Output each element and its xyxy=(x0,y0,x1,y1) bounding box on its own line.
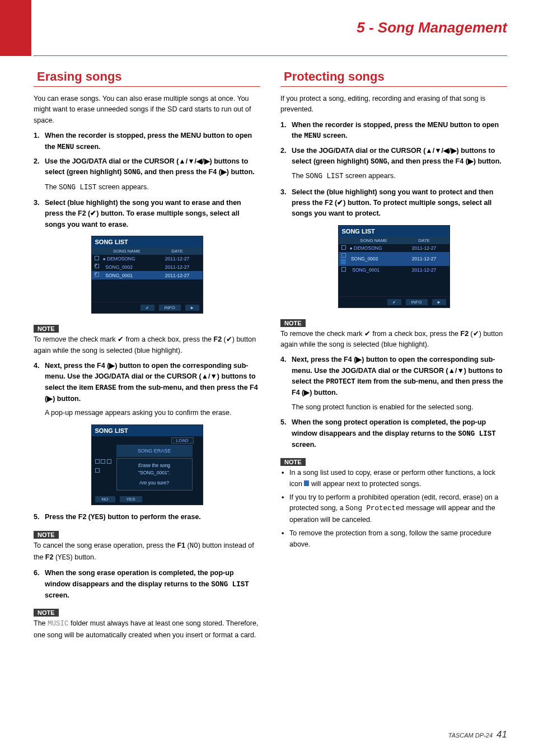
cell: 2011-12-27 xyxy=(152,256,203,262)
intro-paragraph: If you protect a song, editing, recordin… xyxy=(280,94,507,115)
table-row: ● DEMOSONG 2011-12-27 xyxy=(92,255,203,263)
foot-tick: ✔ xyxy=(140,305,154,311)
txt: To remove the protection from a song, fo… xyxy=(289,528,507,550)
screenshot-songlist-protect: SONG LIST SONG NAME DATE ● DEMOSONG 2011… xyxy=(338,225,450,308)
cell: SONG_0002 xyxy=(105,264,133,270)
left-column: Erasing songs You can erase songs. You c… xyxy=(34,69,260,645)
step-number: 3. xyxy=(280,187,292,220)
cell: 2011-12-27 xyxy=(399,267,449,273)
step-1: 1. When the recorder is stopped, press t… xyxy=(280,120,507,142)
step-2-sub: The SONG LIST screen appears. xyxy=(292,171,507,182)
note-label: NOTE xyxy=(34,325,59,333)
menu-label: MENU xyxy=(304,132,321,140)
page-header: 5 - Song Management xyxy=(34,0,507,56)
step-number: 4. xyxy=(280,354,292,399)
step-text-tail: screen. xyxy=(74,143,100,151)
step-number: 5. xyxy=(34,512,45,523)
table-row: SONG_0001 2011-12-27 xyxy=(339,266,449,274)
note-label: NOTE xyxy=(34,609,59,617)
note-text: The MUSIC folder must always have at lea… xyxy=(34,618,260,641)
note-text: To remove the check mark ✔ from a check … xyxy=(34,334,260,356)
bullet-dot: • xyxy=(282,468,289,489)
step-text: Select (blue highlight) the song you wan… xyxy=(45,198,260,230)
bullet-item: • If you try to perform a prohibited ope… xyxy=(280,492,507,525)
screenshot-songlist-erase: SONG LIST SONG NAME DATE ● DEMOSONG 2011… xyxy=(91,236,203,314)
step-number: 2. xyxy=(34,156,45,179)
step-4: 4. Next, press the F4 (▶) button to open… xyxy=(34,361,260,405)
header-accent-bar xyxy=(0,0,31,56)
step-4-sub: A pop-up message appears asking you to c… xyxy=(45,408,260,418)
page: 5 - Song Management Erasing songs You ca… xyxy=(0,0,534,756)
cell: 2011-12-27 xyxy=(399,256,449,262)
step-2: 2. Use the JOG/DATA dial or the CURSOR (… xyxy=(280,146,507,168)
shot-title: SONG LIST xyxy=(92,425,203,436)
foot-tick: ✔ xyxy=(387,299,401,305)
popup-line: "SONG_0001". xyxy=(118,469,191,477)
cell: SONG_0002 xyxy=(351,256,378,262)
erase-label: ERASE xyxy=(95,384,116,392)
txt: When the song protect operation is compl… xyxy=(292,418,486,437)
bullet-dot: • xyxy=(282,492,289,525)
section-heading-protecting: Protecting songs xyxy=(280,69,507,87)
table-row: SONG_0002 2011-12-27 xyxy=(92,263,203,271)
lock-icon xyxy=(304,480,309,486)
shot-title: SONG LIST xyxy=(339,226,449,237)
txt: screen appears. xyxy=(344,172,396,180)
popup-line: Are you sure? xyxy=(118,479,191,487)
col-songname: SONG NAME xyxy=(349,238,399,243)
step-3: 3. Select the (blue highlight) song you … xyxy=(280,187,507,220)
step-1: 1. When the recorder is stopped, press t… xyxy=(34,130,260,153)
f2: F2 xyxy=(461,330,469,338)
txt: screen. xyxy=(292,441,316,449)
txt: will appear next to protected songs. xyxy=(309,480,421,488)
table-row: ● DEMOSONG 2011-12-27 xyxy=(339,244,449,252)
section-heading-erasing: Erasing songs xyxy=(34,69,260,87)
table-row: SONG_0001 2011-12-27 xyxy=(92,271,203,279)
step-2-sub: The SONG LIST screen appears. xyxy=(45,182,260,193)
txt: The xyxy=(292,172,306,180)
step-5: 5. When the song protect operation is co… xyxy=(280,417,507,450)
step-number: 4. xyxy=(34,361,45,405)
shot-title: SONG LIST xyxy=(92,236,203,248)
txt: screen. xyxy=(45,591,69,599)
no-label: NO xyxy=(190,542,198,550)
bullet-item: • In a song list used to copy, erase or … xyxy=(280,468,507,489)
song-protected-label: Song Protected xyxy=(345,505,404,512)
intro-paragraph: You can erase songs. You can also erase … xyxy=(34,94,260,126)
content-columns: Erasing songs You can erase songs. You c… xyxy=(34,69,507,645)
bullet-item: • To remove the protection from a song, … xyxy=(280,528,507,550)
txt: ) button to perform the erase. xyxy=(104,513,201,521)
f2: F2 xyxy=(214,335,222,343)
cell: SONG_0001 xyxy=(352,267,380,273)
step-text: Select the (blue highlight) song you wan… xyxy=(292,187,507,220)
bullet-dot: • xyxy=(282,528,289,550)
page-number: 41 xyxy=(496,729,507,740)
songlist-label: SONG LIST xyxy=(211,581,249,589)
txt: To remove the check mark ✔ from a check … xyxy=(280,330,461,338)
step-2: 2. Use the JOG/DATA dial or the CURSOR (… xyxy=(34,156,260,179)
songlist-label: SONG LIST xyxy=(306,172,344,180)
popup-title: SONG ERASE xyxy=(116,445,193,457)
foot-info: INFO xyxy=(406,299,428,305)
f1: F1 xyxy=(177,542,185,549)
foot-arrow: ▶ xyxy=(185,305,199,311)
right-column: Protecting songs If you protect a song, … xyxy=(280,69,507,645)
note-label: NOTE xyxy=(280,458,306,466)
col-songname: SONG NAME xyxy=(102,249,152,254)
cell: DEMOSONG xyxy=(354,245,382,251)
foot-info: INFO xyxy=(159,305,181,311)
load-tab: LOAD xyxy=(171,437,194,444)
song-label: SONG xyxy=(371,158,387,166)
songlist-label: SONG LIST xyxy=(458,430,496,438)
note-text: To cancel the song erase operation, pres… xyxy=(34,540,260,563)
txt: ) button. xyxy=(71,553,96,561)
col-date: DATE xyxy=(152,249,203,254)
step-number: 3. xyxy=(34,198,45,230)
cell: 2011-12-27 xyxy=(399,245,449,251)
step-4: 4. Next, press the F4 (▶) button to open… xyxy=(280,354,507,399)
song-label: SONG xyxy=(124,169,140,176)
cell: 2011-12-27 xyxy=(152,273,203,278)
txt: To remove the check mark ✔ from a check … xyxy=(34,335,214,343)
foot-yes: YES xyxy=(120,496,142,502)
note-label: NOTE xyxy=(34,531,59,539)
